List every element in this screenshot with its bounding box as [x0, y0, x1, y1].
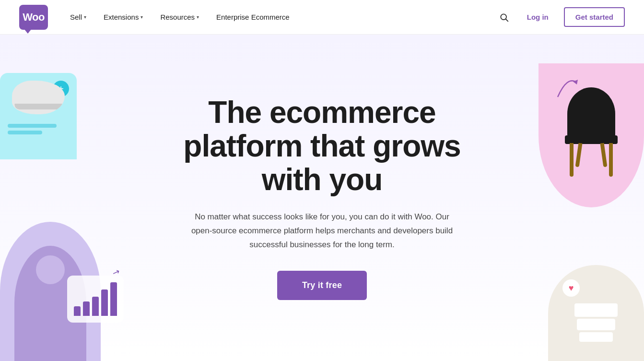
chart-bar-4	[101, 289, 108, 316]
navbar-actions: Log in Get started	[496, 7, 625, 27]
chart-bar-1	[74, 306, 81, 316]
chart-bar-2	[83, 301, 90, 316]
chair-decoration	[539, 63, 644, 207]
chart-bar-3	[92, 297, 99, 316]
try-free-button[interactable]: Try it free	[277, 271, 367, 300]
hero-section: + ↗	[0, 35, 644, 361]
navbar: Woo Sell ▾ Extensions ▾ Resources ▾ Ente…	[0, 0, 644, 35]
chevron-down-icon: ▾	[197, 14, 199, 20]
nav-sell[interactable]: Sell ▾	[63, 9, 93, 25]
search-icon	[499, 12, 509, 22]
product-lines	[8, 124, 57, 134]
login-button[interactable]: Log in	[521, 9, 554, 25]
chevron-down-icon: ▾	[141, 14, 143, 20]
svg-line-1	[506, 19, 508, 21]
hero-title: The ecommerce platform that grows with y…	[183, 96, 460, 197]
chart-bar-5	[110, 282, 117, 316]
nav-extensions[interactable]: Extensions ▾	[97, 9, 150, 25]
hero-subtitle: No matter what success looks like for yo…	[188, 210, 457, 252]
nav-menu: Sell ▾ Extensions ▾ Resources ▾ Enterpri…	[63, 9, 496, 25]
nav-resources[interactable]: Resources ▾	[153, 9, 206, 25]
brand-logo[interactable]: Woo	[19, 5, 48, 30]
nav-enterprise[interactable]: Enterprise Ecommerce	[210, 9, 296, 25]
product-card-decoration: +	[0, 73, 77, 159]
brand-name: Woo	[23, 11, 45, 24]
candles-decoration: ♥	[548, 265, 644, 361]
trending-arrow-icon: ↗	[111, 266, 122, 278]
hero-content: The ecommerce platform that grows with y…	[183, 96, 460, 301]
chart-decoration: ↗	[67, 276, 124, 323]
get-started-button[interactable]: Get started	[564, 7, 625, 27]
heart-icon: ♥	[562, 279, 580, 297]
chair-image	[562, 87, 620, 183]
product-line-2	[8, 131, 42, 134]
search-button[interactable]	[496, 10, 512, 25]
shoe-image	[12, 81, 65, 114]
product-line-1	[8, 124, 57, 128]
chevron-down-icon: ▾	[84, 14, 86, 20]
candle-stack	[574, 303, 618, 342]
